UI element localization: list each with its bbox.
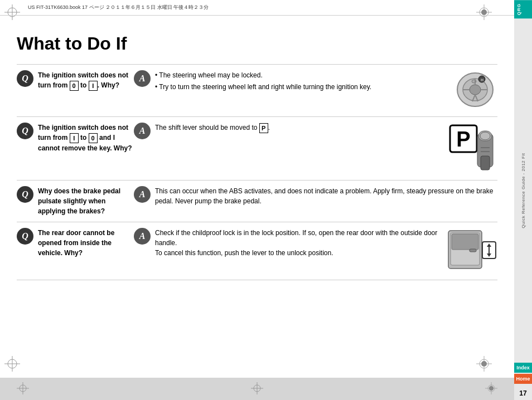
a-side-1: A The steering wheel may be locked. Try … (134, 70, 497, 111)
index-tab[interactable]: Index (514, 363, 532, 373)
q-icon-1: Q (17, 70, 33, 87)
svg-text:H: H (481, 78, 483, 82)
a-text-4: Check if the childproof lock is in the l… (155, 228, 443, 258)
file-info: US FIT-31TK6630.book 17 ページ ２０１１年６月１５日 水… (28, 4, 209, 11)
main-content: US FIT-31TK6630.book 17 ページ ２０１１年６月１５日 水… (0, 0, 514, 400)
q-text-3: Why does the brake pedal pulsate slightl… (38, 186, 133, 216)
svg-point-40 (481, 361, 487, 367)
content-wrapper: What to Do If Q The ignition switch does… (17, 33, 497, 280)
svg-point-50 (489, 386, 494, 391)
a-side-3: A This can occur when the ABS activates,… (134, 186, 497, 206)
a-text-1: The steering wheel may be locked. Try to… (155, 70, 443, 94)
a-side-2: A The shift lever should be moved to P. … (134, 123, 497, 174)
q-side-4: Q The rear door cannot be opened from in… (17, 228, 134, 258)
q-icon-4: Q (17, 228, 33, 245)
a-icon-2: A (134, 123, 151, 139)
page-number: 17 (519, 389, 526, 397)
corner-mark-br (476, 356, 492, 373)
page-title: What to Do If (17, 33, 497, 54)
q-text-1: The ignition switch does not turn from 0… (38, 70, 133, 91)
q-text-4: The rear door cannot be opened from insi… (38, 228, 133, 258)
door-image (447, 228, 497, 274)
right-sidebar: QRG Quick Reference Guide - 2012 Fit Ind… (514, 0, 532, 400)
sidebar-vertical-text: Quick Reference Guide - 2012 Fit (521, 18, 526, 363)
a-icon-3: A (134, 186, 151, 203)
qa-row-3: Q Why does the brake pedal pulsate sligh… (17, 180, 497, 222)
svg-point-22 (480, 132, 490, 140)
qa-row-2: Q The ignition switch does not turn from… (17, 116, 497, 180)
a-text-2: The shift lever should be moved to P. (155, 123, 443, 133)
bottom-crosshair-center (251, 382, 263, 396)
svg-point-9 (470, 85, 481, 95)
bottom-bar (0, 378, 514, 400)
steering-wheel-image: H (447, 70, 497, 111)
bottom-crosshair-left (17, 382, 29, 396)
corner-mark-bl (4, 356, 20, 373)
svg-rect-23 (481, 156, 490, 170)
qa-row-1: Q The ignition switch does not turn from… (17, 64, 497, 116)
a-icon-1: A (134, 70, 151, 87)
qrg-tab[interactable]: QRG (514, 0, 532, 18)
a-side-4: A Check if the childproof lock is in the… (134, 228, 497, 274)
q-icon-3: Q (17, 186, 33, 203)
shift-lever-image: P (447, 123, 497, 174)
svg-text:P: P (456, 128, 470, 151)
bottom-crosshair-right (485, 382, 497, 396)
svg-rect-28 (452, 234, 478, 250)
header-bar: US FIT-31TK6630.book 17 ページ ２０１１年６月１５日 水… (0, 0, 514, 16)
qa-row-4: Q The rear door cannot be opened from in… (17, 222, 497, 280)
svg-rect-29 (470, 249, 476, 252)
q-text-2: The ignition switch does not turn from I… (38, 123, 133, 153)
a-text-3: This can occur when the ABS activates, a… (155, 186, 497, 206)
q-side-1: Q The ignition switch does not turn from… (17, 70, 134, 91)
q-icon-2: Q (17, 123, 33, 139)
q-side-2: Q The ignition switch does not turn from… (17, 123, 134, 153)
q-side-3: Q Why does the brake pedal pulsate sligh… (17, 186, 134, 216)
home-tab[interactable]: Home (514, 374, 532, 384)
a-icon-4: A (134, 228, 151, 245)
